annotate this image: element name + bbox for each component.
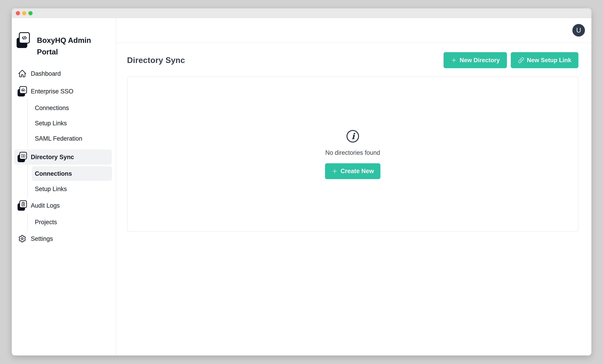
- sidebar-item-label: Dashboard: [31, 70, 61, 77]
- create-new-button[interactable]: Create New: [325, 163, 380, 179]
- sidebar-item-label: Directory Sync: [31, 154, 74, 161]
- page-title: Directory Sync: [127, 55, 185, 65]
- main-content: U Directory Sync New Directory: [116, 18, 591, 355]
- cloud-key-icon: [18, 86, 27, 97]
- sidebar-subitem-ds-connections[interactable]: Connections: [32, 166, 112, 181]
- directories-empty-card: i No directories found Create New: [127, 77, 578, 232]
- user-avatar[interactable]: U: [572, 24, 585, 37]
- folder-sync-icon: [18, 152, 27, 162]
- info-icon: i: [346, 129, 360, 143]
- sidebar-nav: Dashboard Enterprise: [12, 66, 116, 246]
- sidebar-subitem-label: Projects: [35, 219, 57, 226]
- top-header: U: [116, 18, 591, 43]
- sidebar-subitem-label: Connections: [35, 105, 69, 111]
- sidebar-item-enterprise-sso[interactable]: Enterprise SSO: [14, 84, 112, 99]
- minimize-window-button[interactable]: [22, 11, 26, 15]
- audit-logs-subnav: Projects: [27, 213, 116, 231]
- page-head: Directory Sync New Directory: [127, 52, 578, 68]
- gear-icon: [18, 233, 27, 244]
- button-label: Create New: [340, 168, 374, 175]
- boxyhq-logo-icon: [17, 32, 30, 48]
- new-setup-link-button[interactable]: New Setup Link: [511, 52, 578, 68]
- app-window: BoxyHQ Admin Portal Dashboard: [12, 8, 591, 355]
- clipboard-list-icon: [18, 200, 27, 211]
- plus-icon: [451, 57, 457, 64]
- button-label: New Directory: [460, 57, 500, 64]
- new-directory-button[interactable]: New Directory: [443, 52, 507, 68]
- zoom-window-button[interactable]: [28, 11, 33, 15]
- directory-sync-subnav: Connections Setup Links: [27, 165, 116, 198]
- sidebar-subitem-projects[interactable]: Projects: [32, 215, 112, 229]
- sidebar-item-dashboard[interactable]: Dashboard: [14, 66, 112, 81]
- sidebar-subitem-label: SAML Federation: [35, 135, 82, 142]
- sidebar-subitem-saml-federation[interactable]: SAML Federation: [32, 131, 112, 146]
- sidebar-subitem-label: Setup Links: [35, 186, 67, 192]
- enterprise-sso-subnav: Connections Setup Links SAML Federation: [27, 99, 116, 148]
- window-titlebar: [12, 8, 591, 18]
- sidebar-subitem-label: Connections: [35, 170, 72, 177]
- home-icon: [18, 68, 27, 79]
- sidebar-subitem-sso-connections[interactable]: Connections: [32, 101, 112, 115]
- button-label: New Setup Link: [527, 57, 571, 64]
- sidebar-item-label: Enterprise SSO: [31, 88, 73, 95]
- sidebar: BoxyHQ Admin Portal Dashboard: [12, 18, 116, 355]
- plus-icon: [332, 168, 338, 175]
- sidebar-item-settings[interactable]: Settings: [14, 231, 112, 246]
- svg-text:i: i: [351, 131, 355, 141]
- link-icon: [518, 57, 524, 64]
- app-title: BoxyHQ Admin Portal: [37, 32, 95, 58]
- empty-state-message: No directories found: [325, 149, 380, 156]
- sidebar-subitem-ds-setup-links[interactable]: Setup Links: [32, 182, 112, 196]
- sidebar-subitem-label: Setup Links: [35, 120, 67, 127]
- sidebar-item-label: Settings: [31, 235, 53, 242]
- sidebar-item-directory-sync[interactable]: Directory Sync: [14, 149, 112, 165]
- sidebar-subitem-sso-setup-links[interactable]: Setup Links: [32, 116, 112, 131]
- sidebar-item-label: Audit Logs: [31, 202, 60, 209]
- close-window-button[interactable]: [16, 11, 20, 15]
- app-logo: BoxyHQ Admin Portal: [12, 18, 116, 58]
- page-actions: New Directory New Setup Link: [443, 52, 578, 68]
- sidebar-item-audit-logs[interactable]: Audit Logs: [14, 198, 112, 213]
